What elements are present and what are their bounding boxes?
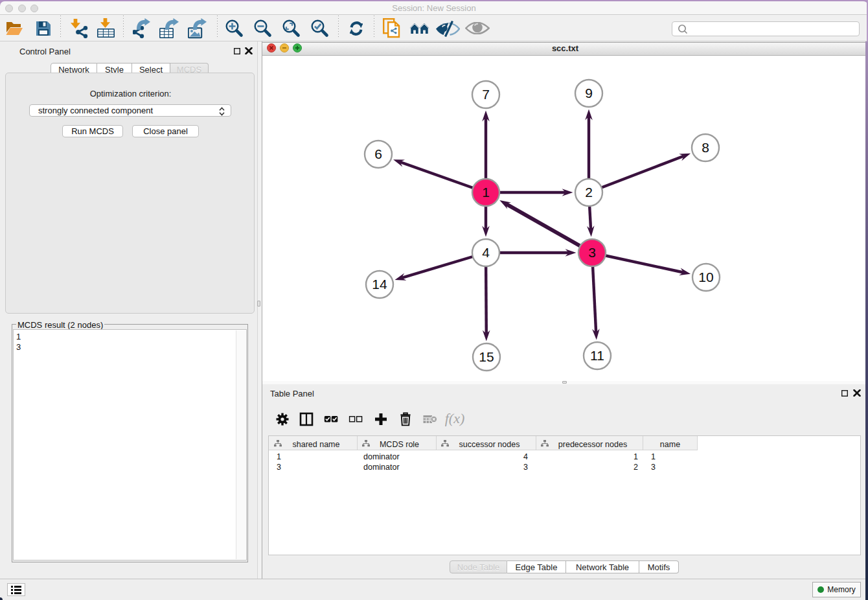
svg-text:f(x): f(x): [445, 411, 464, 426]
svg-text:8: 8: [702, 140, 709, 155]
svg-text:9: 9: [585, 86, 593, 100]
svg-text:14: 14: [372, 277, 387, 292]
svg-text:2: 2: [585, 185, 593, 200]
svg-text:3: 3: [588, 245, 596, 260]
svg-text:4: 4: [482, 245, 490, 260]
svg-text:7: 7: [482, 87, 490, 102]
svg-text:15: 15: [479, 349, 494, 364]
svg-text:1: 1: [482, 185, 490, 200]
svg-text:6: 6: [374, 146, 382, 161]
svg-text:11: 11: [590, 348, 604, 363]
svg-text:10: 10: [698, 270, 713, 284]
